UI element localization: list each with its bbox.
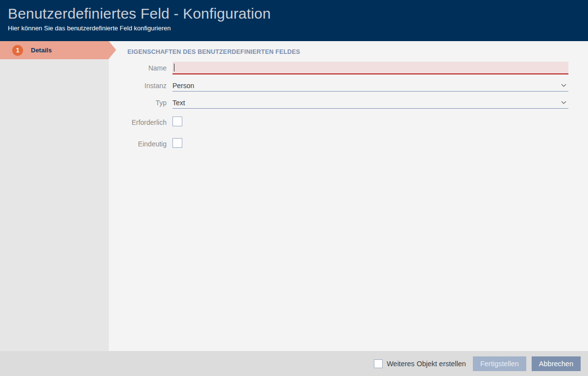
create-another-checkbox[interactable] bbox=[374, 359, 383, 368]
eindeutig-control bbox=[172, 138, 568, 150]
instanz-row: Instanz Person bbox=[127, 80, 588, 92]
eindeutig-checkbox[interactable] bbox=[172, 138, 182, 148]
erforderlich-control bbox=[172, 117, 568, 128]
eindeutig-row: Eindeutig bbox=[127, 138, 588, 150]
typ-row: Typ Text bbox=[127, 97, 588, 109]
text-cursor bbox=[174, 64, 174, 71]
name-input[interactable] bbox=[172, 62, 568, 74]
step-number-badge: 1 bbox=[12, 45, 23, 56]
eindeutig-label: Eindeutig bbox=[127, 140, 167, 148]
finish-button[interactable]: Fertigstellen bbox=[473, 356, 526, 371]
typ-label: Typ bbox=[127, 99, 167, 107]
wizard-step-details[interactable]: 1 Details bbox=[0, 41, 109, 59]
create-another-label: Weiteres Objekt erstellen bbox=[387, 360, 466, 368]
footer-bar: Weiteres Objekt erstellen Fertigstellen … bbox=[0, 351, 588, 376]
erforderlich-checkbox[interactable] bbox=[172, 117, 182, 126]
properties-form: Name Instanz Person Typ Text bbox=[127, 62, 588, 150]
erforderlich-label: Erforderlich bbox=[127, 118, 167, 126]
chevron-down-icon bbox=[561, 84, 566, 87]
cancel-button[interactable]: Abbrechen bbox=[532, 356, 581, 371]
page-subtitle: Hier können Sie das benutzerdefinierte F… bbox=[8, 24, 580, 32]
content-area: 1 Details EIGENSCHAFTEN DES BENUTZERDEFI… bbox=[0, 41, 588, 351]
instanz-value: Person bbox=[172, 82, 194, 90]
wizard-step-sidebar: 1 Details bbox=[0, 41, 109, 351]
section-title: EIGENSCHAFTEN DES BENUTZERDEFINIERTEN FE… bbox=[127, 48, 588, 55]
erforderlich-row: Erforderlich bbox=[127, 117, 588, 128]
typ-value: Text bbox=[172, 99, 185, 107]
instanz-label: Instanz bbox=[127, 82, 167, 90]
step-label: Details bbox=[31, 47, 52, 54]
chevron-down-icon bbox=[561, 101, 566, 104]
form-panel: EIGENSCHAFTEN DES BENUTZERDEFINIERTEN FE… bbox=[109, 41, 588, 351]
page-title: Benutzerdefiniertes Feld - Konfiguration bbox=[8, 4, 580, 24]
dialog-header: Benutzerdefiniertes Feld - Konfiguration… bbox=[0, 0, 588, 41]
name-row: Name bbox=[127, 62, 588, 74]
name-label: Name bbox=[127, 64, 167, 72]
instanz-dropdown[interactable]: Person bbox=[172, 80, 568, 92]
typ-dropdown[interactable]: Text bbox=[172, 97, 568, 109]
